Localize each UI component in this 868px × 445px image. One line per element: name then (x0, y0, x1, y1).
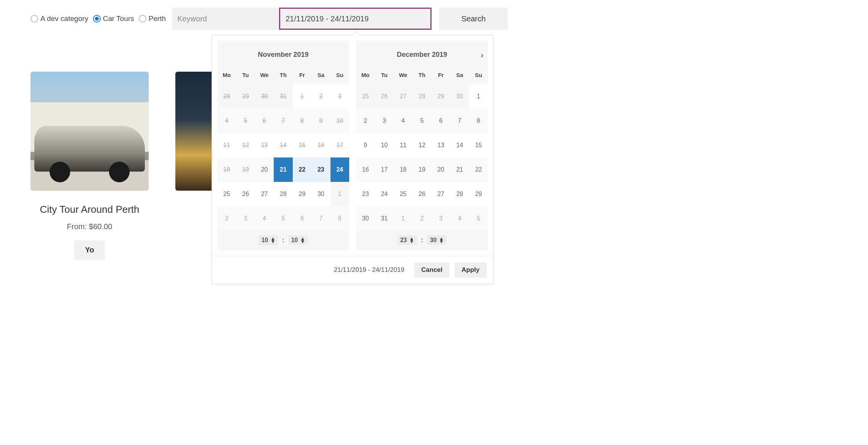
calendar-day: 5 (236, 109, 255, 133)
calendar-day[interactable]: 4 (394, 109, 412, 133)
calendar-day[interactable]: 15 (469, 133, 488, 157)
calendar-day[interactable]: 27 (432, 182, 450, 206)
calendar-day: 28 (217, 84, 236, 109)
cancel-button[interactable]: Cancel (414, 262, 449, 267)
calendar-day[interactable]: 29 (469, 182, 488, 206)
radio-icon (139, 15, 146, 22)
hour-stepper[interactable]: 23▲▼ (397, 235, 417, 245)
calendar-day[interactable]: 6 (432, 109, 450, 133)
calendar-day[interactable]: 25 (394, 182, 412, 206)
calendar-day[interactable]: 24 (375, 182, 393, 206)
calendar-day[interactable]: 5 (412, 109, 431, 133)
calendar-day[interactable]: 22 (469, 157, 488, 182)
calendar-day[interactable]: 28 (274, 182, 292, 206)
calendar-day[interactable]: 20 (432, 157, 450, 182)
calendar-day[interactable]: 4 (255, 206, 274, 231)
calendar-day[interactable]: 31 (375, 206, 393, 231)
radio-a-dev-category[interactable]: A dev category (30, 14, 88, 23)
calendar-day[interactable]: 27 (394, 84, 412, 109)
product-card: City Tour Around Perth From: $60.00 Yo (30, 72, 149, 260)
weekday-label: Su (331, 69, 349, 84)
calendar-day[interactable]: 30 (356, 206, 375, 231)
calendar-day[interactable]: 22 (293, 157, 311, 182)
calendar-day[interactable]: 2 (217, 206, 236, 231)
calendar-day: 6 (255, 109, 274, 133)
radio-perth[interactable]: Perth (139, 14, 166, 23)
calendar-day[interactable]: 1 (469, 84, 488, 109)
calendar-day[interactable]: 30 (311, 182, 330, 206)
calendar-day[interactable]: 18 (394, 157, 412, 182)
calendar-day[interactable]: 23 (311, 157, 330, 182)
calendar-day[interactable]: 11 (394, 133, 412, 157)
calendar-day[interactable]: 3 (236, 206, 255, 231)
chevron-right-icon[interactable]: › (481, 51, 483, 59)
day-grid: 2829303112345678910111213141516171819202… (217, 84, 349, 231)
calendar-day[interactable]: 5 (469, 206, 488, 231)
calendar-day[interactable]: 7 (311, 206, 330, 231)
daterange-picker: November 2019MoTuWeThFrSaSu2829303112345… (212, 35, 494, 267)
calendar-day[interactable]: 26 (412, 182, 431, 206)
calendar-day[interactable]: 26 (375, 84, 393, 109)
calendar-day[interactable]: 21 (274, 157, 292, 182)
calendar-day[interactable]: 7 (450, 109, 469, 133)
minute-stepper[interactable]: 30▲▼ (427, 235, 447, 245)
calendar-day[interactable]: 17 (375, 157, 393, 182)
calendar-month: November 2019MoTuWeThFrSaSu2829303112345… (217, 41, 349, 251)
stepper-arrows-icon: ▲▼ (300, 237, 305, 243)
calendar-day[interactable]: 8 (331, 206, 349, 231)
calendar-day[interactable]: 3 (432, 206, 450, 231)
calendar-day[interactable]: 28 (450, 182, 469, 206)
calendar-day[interactable]: 1 (331, 182, 349, 206)
daterange-input[interactable] (279, 8, 432, 30)
radio-label: Car Tours (103, 14, 134, 23)
calendar-day[interactable]: 24 (331, 157, 349, 182)
calendar-day: 29 (236, 84, 255, 109)
calendar-day[interactable]: 25 (356, 84, 375, 109)
radio-label: Perth (149, 14, 166, 23)
search-button[interactable]: Search (439, 8, 508, 30)
calendar-day[interactable]: 3 (375, 109, 393, 133)
weekday-label: Mo (217, 69, 236, 84)
calendar-day[interactable]: 8 (469, 109, 488, 133)
calendar-day[interactable]: 14 (450, 133, 469, 157)
calendar-day[interactable]: 26 (236, 182, 255, 206)
calendar-day[interactable]: 28 (412, 84, 431, 109)
calendar-day[interactable]: 16 (356, 157, 375, 182)
stepper-arrows-icon: ▲▼ (270, 237, 275, 243)
calendar-day[interactable]: 6 (293, 206, 311, 231)
calendar-day[interactable]: 13 (432, 133, 450, 157)
calendar-day[interactable]: 2 (356, 109, 375, 133)
calendar-day[interactable]: 5 (274, 206, 292, 231)
category-radio-group: A dev category Car Tours Perth (30, 14, 172, 23)
calendar-day: 11 (217, 133, 236, 157)
weekday-header: MoTuWeThFrSaSu (356, 69, 488, 84)
calendar-day[interactable]: 29 (432, 84, 450, 109)
calendar-day[interactable]: 2 (412, 206, 431, 231)
calendar-day[interactable]: 9 (356, 133, 375, 157)
calendar-day[interactable]: 25 (217, 182, 236, 206)
calendar-day[interactable]: 21 (450, 157, 469, 182)
weekday-label: Fr (293, 69, 311, 84)
calendar-day[interactable]: 19 (412, 157, 431, 182)
keyword-input[interactable] (172, 8, 279, 30)
calendar-day[interactable]: 27 (255, 182, 274, 206)
calendar-day[interactable]: 23 (356, 182, 375, 206)
calendar-day[interactable]: 29 (293, 182, 311, 206)
calendar-day[interactable]: 4 (450, 206, 469, 231)
calendar-day: 18 (217, 157, 236, 182)
product-button[interactable]: Yo (74, 240, 105, 260)
calendar-day[interactable]: 12 (412, 133, 431, 157)
calendar-day: 1 (293, 84, 311, 109)
radio-label: A dev category (40, 14, 88, 23)
hour-stepper[interactable]: 10▲▼ (258, 235, 279, 245)
apply-button[interactable]: Apply (455, 262, 486, 267)
radio-car-tours[interactable]: Car Tours (93, 14, 134, 23)
calendar-day: 13 (255, 133, 274, 157)
calendar-day: 9 (311, 109, 330, 133)
calendar-day[interactable]: 30 (450, 84, 469, 109)
calendar-day[interactable]: 1 (394, 206, 412, 231)
calendar-day: 7 (274, 109, 292, 133)
minute-stepper[interactable]: 10▲▼ (288, 235, 308, 245)
calendar-day[interactable]: 10 (375, 133, 393, 157)
calendar-day[interactable]: 20 (255, 157, 274, 182)
